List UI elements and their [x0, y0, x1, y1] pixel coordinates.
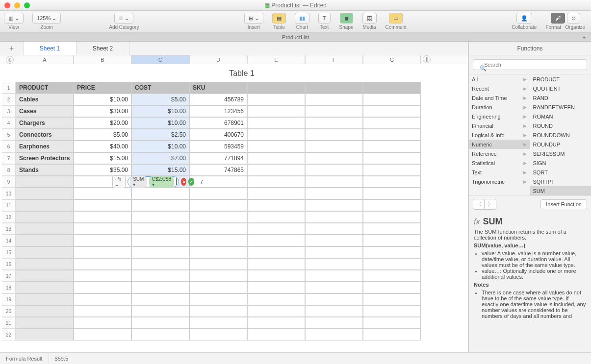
cell-cost[interactable]: $10.00: [131, 117, 189, 129]
cell[interactable]: [74, 293, 131, 305]
category-item[interactable]: Statistical▶: [469, 158, 530, 168]
cell[interactable]: [363, 246, 421, 258]
cell[interactable]: [247, 211, 305, 223]
cell[interactable]: [363, 164, 421, 176]
cell[interactable]: [305, 152, 363, 164]
col-D[interactable]: D: [189, 55, 247, 64]
cell-product[interactable]: Stands: [16, 164, 74, 176]
category-item[interactable]: Text▶: [469, 168, 530, 177]
cell-cost[interactable]: $5.00: [131, 94, 189, 105]
cell[interactable]: [363, 258, 421, 270]
cell-price[interactable]: $40.00: [74, 141, 131, 152]
category-item[interactable]: Date and Time▶: [469, 93, 530, 102]
cell[interactable]: [305, 141, 363, 152]
cell[interactable]: [189, 188, 247, 199]
cell[interactable]: [363, 305, 421, 317]
cell-product[interactable]: Chargers: [16, 117, 74, 129]
cell[interactable]: [305, 82, 363, 94]
formula-cell[interactable]: · fx ⌄ SUM ▾ C$2:C$8 ▾ ✕ ✓ 7: [131, 176, 189, 188]
cell-product[interactable]: Cases: [16, 105, 74, 117]
cell[interactable]: [131, 329, 189, 340]
cell[interactable]: [363, 188, 421, 199]
cell[interactable]: [189, 199, 247, 211]
cell[interactable]: [131, 199, 189, 211]
row-20[interactable]: 20: [2, 305, 16, 317]
cell-price[interactable]: $20.00: [74, 117, 131, 129]
cell-product[interactable]: Earphones: [16, 141, 74, 152]
row-19[interactable]: 19: [2, 293, 16, 305]
cell[interactable]: [363, 223, 421, 235]
cell[interactable]: [305, 258, 363, 270]
cell-product[interactable]: Connectors: [16, 129, 74, 141]
cell[interactable]: [16, 211, 74, 223]
cell[interactable]: [131, 282, 189, 293]
cell[interactable]: [305, 282, 363, 293]
col-C[interactable]: C: [131, 55, 189, 64]
cell[interactable]: [305, 188, 363, 199]
cell[interactable]: [247, 188, 305, 199]
cell[interactable]: [189, 270, 247, 282]
row-11[interactable]: 11: [2, 199, 16, 211]
formula-fn-token[interactable]: SUM ▾: [130, 176, 147, 188]
cell[interactable]: [16, 270, 74, 282]
function-item[interactable]: ROUND: [530, 121, 591, 130]
cell[interactable]: [305, 105, 363, 117]
row-17[interactable]: 17: [2, 270, 16, 282]
cell[interactable]: [305, 317, 363, 329]
function-item[interactable]: ROMAN: [530, 112, 591, 121]
cell-cost[interactable]: $2.50: [131, 129, 189, 141]
cell[interactable]: [247, 105, 305, 117]
sheet-tab-2[interactable]: Sheet 2: [77, 42, 129, 55]
cell[interactable]: [247, 223, 305, 235]
cell[interactable]: [247, 270, 305, 282]
cell[interactable]: [363, 141, 421, 152]
cell[interactable]: [131, 258, 189, 270]
row-12[interactable]: 12: [2, 211, 16, 223]
function-item[interactable]: SQRT: [530, 168, 591, 177]
cell[interactable]: [305, 94, 363, 105]
row-18[interactable]: 18: [2, 282, 16, 293]
header-cost[interactable]: COST: [131, 82, 189, 94]
cell[interactable]: [247, 235, 305, 246]
comment-button[interactable]: ▭: [389, 13, 403, 24]
cell[interactable]: [305, 176, 363, 188]
row-6[interactable]: 6: [2, 141, 16, 152]
cell[interactable]: [189, 282, 247, 293]
row-21[interactable]: 21: [2, 317, 16, 329]
collaborate-button[interactable]: 👤: [516, 13, 532, 24]
cell[interactable]: [74, 305, 131, 317]
table-title[interactable]: Table 1: [16, 64, 468, 82]
function-item-sum[interactable]: SUM: [530, 186, 591, 195]
header-product[interactable]: PRODUCT: [16, 82, 74, 94]
row-4[interactable]: 4: [2, 117, 16, 129]
cell[interactable]: [305, 199, 363, 211]
cell[interactable]: [363, 235, 421, 246]
cell-price[interactable]: $35.00: [74, 164, 131, 176]
cell[interactable]: [363, 211, 421, 223]
document-tab[interactable]: ProductList: [282, 34, 309, 40]
cell[interactable]: [74, 188, 131, 199]
col-F[interactable]: F: [305, 55, 363, 64]
function-item[interactable]: PRODUCT: [530, 74, 591, 84]
function-item[interactable]: ROUNDDOWN: [530, 130, 591, 140]
cell[interactable]: [363, 329, 421, 340]
cell-sku[interactable]: 678901: [189, 117, 247, 129]
cell[interactable]: [74, 199, 131, 211]
cell-cost[interactable]: $15.00: [131, 164, 189, 176]
zoom-window-button[interactable]: [24, 2, 30, 8]
cell-price[interactable]: $5.00: [74, 129, 131, 141]
new-tab-button[interactable]: +: [580, 33, 589, 42]
row-7[interactable]: 7: [2, 152, 16, 164]
row-22[interactable]: 22: [2, 329, 16, 340]
sheet-tab-1[interactable]: Sheet 1: [24, 42, 77, 55]
row-15[interactable]: 15: [2, 246, 16, 258]
category-item[interactable]: Engineering▶: [469, 112, 530, 121]
cell[interactable]: [247, 305, 305, 317]
category-item[interactable]: Reference▶: [469, 149, 530, 158]
cell[interactable]: [305, 164, 363, 176]
cell[interactable]: [131, 305, 189, 317]
cell[interactable]: [247, 176, 305, 188]
cell[interactable]: [16, 317, 74, 329]
cell[interactable]: [363, 94, 421, 105]
cell[interactable]: [305, 223, 363, 235]
